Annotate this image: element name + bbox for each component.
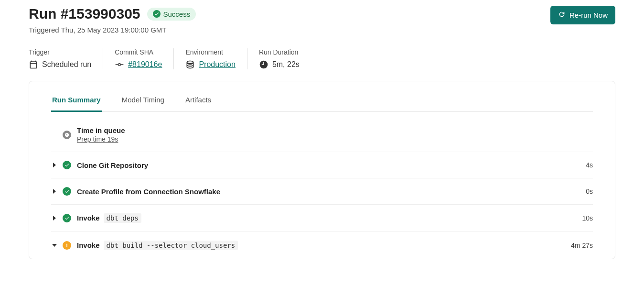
- svg-rect-0: [66, 244, 67, 246]
- step-row[interactable]: Clone Git Repository 4s: [51, 152, 593, 178]
- step-title: Clone Git Repository: [77, 161, 148, 169]
- queue-row: Time in queue Prep time 19s: [51, 124, 593, 152]
- rerun-label: Re-run Now: [569, 11, 608, 19]
- queue-title: Time in queue: [77, 126, 125, 134]
- warning-icon: [63, 241, 71, 250]
- meta-row: Trigger Scheduled run Commit SHA #819016…: [29, 48, 615, 69]
- step-code: dbt deps: [104, 213, 141, 223]
- commit-link[interactable]: #819016e: [128, 60, 162, 69]
- duration-value: 5m, 22s: [272, 60, 300, 69]
- step-row[interactable]: Create Profile from Connection Snowflake…: [51, 178, 593, 205]
- clock-icon: [259, 60, 268, 69]
- step-row[interactable]: Invoke dbt build --selector cloud_users …: [51, 232, 593, 259]
- queue-sub[interactable]: Prep time 19s: [77, 135, 125, 143]
- step-duration: 0s: [586, 188, 593, 195]
- triggered-text: Triggered Thu, 25 May 2023 19:00:00 GMT: [29, 26, 196, 34]
- tab-model-timing[interactable]: Model Timing: [121, 91, 165, 112]
- check-icon: [63, 187, 71, 196]
- check-icon: [63, 214, 71, 222]
- clock-icon: [63, 131, 71, 139]
- rerun-button[interactable]: Re-run Now: [550, 6, 615, 24]
- page-title: Run #153990305: [29, 6, 140, 22]
- database-icon: [185, 60, 195, 69]
- environment-label: Environment: [185, 48, 236, 56]
- step-row[interactable]: Invoke dbt deps 10s: [51, 205, 593, 232]
- step-duration: 4s: [586, 161, 593, 169]
- step-code: dbt build --selector cloud_users: [104, 241, 238, 250]
- trigger-value: Scheduled run: [42, 60, 91, 69]
- environment-link[interactable]: Production: [199, 60, 236, 69]
- chevron-right-icon[interactable]: [51, 188, 58, 195]
- trigger-label: Trigger: [29, 48, 91, 56]
- calendar-icon: [29, 60, 38, 69]
- step-title: Invoke: [77, 214, 100, 222]
- check-icon: [63, 161, 71, 169]
- tabs: Run Summary Model Timing Artifacts: [51, 91, 593, 112]
- chevron-down-icon[interactable]: [51, 242, 58, 249]
- status-label: Success: [163, 10, 191, 18]
- svg-rect-1: [66, 246, 67, 247]
- tab-artifacts[interactable]: Artifacts: [184, 91, 212, 112]
- refresh-icon: [558, 11, 566, 20]
- duration-label: Run Duration: [259, 48, 300, 56]
- step-duration: 4m 27s: [571, 242, 593, 249]
- chevron-right-icon[interactable]: [51, 162, 58, 168]
- check-icon: [153, 10, 161, 18]
- step-duration: 10s: [582, 214, 593, 222]
- commit-icon: [115, 60, 124, 69]
- chevron-right-icon[interactable]: [51, 215, 58, 221]
- tab-run-summary[interactable]: Run Summary: [51, 91, 102, 112]
- step-title: Create Profile from Connection Snowflake: [77, 188, 220, 196]
- commit-label: Commit SHA: [115, 48, 162, 56]
- status-badge: Success: [147, 8, 196, 21]
- step-title: Invoke: [77, 241, 100, 249]
